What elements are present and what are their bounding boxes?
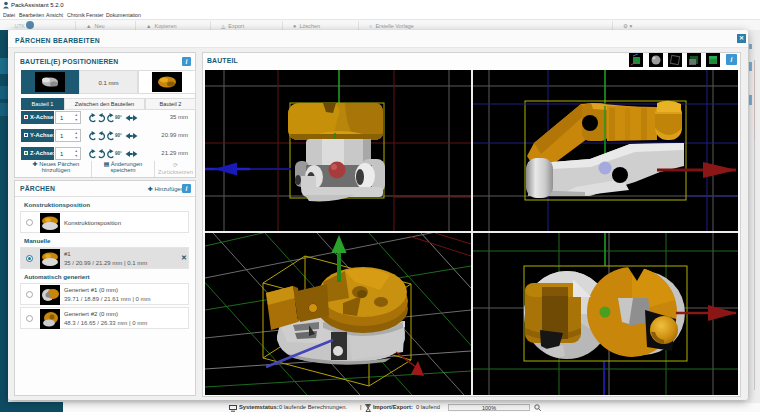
svg-text:90°: 90°: [115, 133, 122, 138]
svg-text:90°: 90°: [115, 115, 122, 120]
svg-text:90°: 90°: [115, 151, 122, 156]
